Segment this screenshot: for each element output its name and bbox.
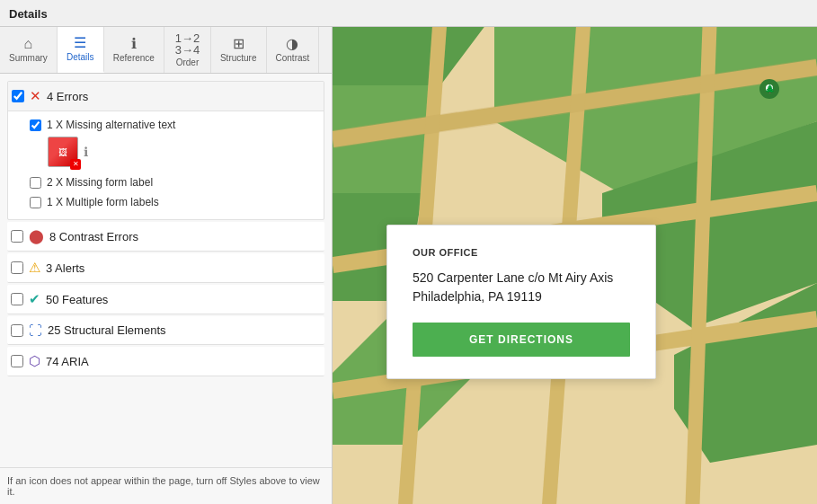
subitem-1-label: 2 X Missing form label [47, 176, 153, 189]
svg-text:🌲: 🌲 [765, 84, 776, 94]
features-label: 50 Features [46, 293, 108, 306]
summary-icon: ⌂ [24, 37, 33, 51]
structure-icon: ⊞ [233, 37, 244, 51]
subitem-2-checkbox[interactable] [30, 197, 41, 208]
left-panel: ⌂ Summary ☰ Details ℹ Reference 1→23→4 O… [0, 27, 333, 504]
tab-order-label: Order [176, 57, 200, 67]
tab-summary-label: Summary [9, 53, 48, 63]
errors-subitem-0: 1 X Missing alternative text [30, 115, 316, 135]
window-title-bar: Details [0, 0, 817, 27]
contrast-label: 8 Contrast Errors [49, 230, 138, 243]
window-title: Details [0, 2, 57, 26]
subitem-0-label: 1 X Missing alternative text [47, 119, 175, 131]
errors-subitem-1: 2 X Missing form label [30, 172, 316, 192]
aria-icon: ⬡ [29, 353, 40, 369]
structural-label: 25 Structural Elements [48, 323, 166, 337]
structural-checkbox[interactable] [11, 324, 23, 337]
footer-note: If an icon does not appear within the pa… [7, 475, 320, 497]
contrast-icon: ◑ [286, 37, 298, 51]
office-popup-label: OUR OFFICE [413, 247, 630, 258]
features-checkbox[interactable] [11, 293, 23, 305]
errors-checkbox[interactable] [12, 90, 24, 102]
tab-bar: ⌂ Summary ☰ Details ℹ Reference 1→23→4 O… [0, 27, 332, 74]
tab-order[interactable]: 1→23→4 Order [164, 27, 211, 73]
subitem-image-row: 🖼 ℹ [30, 135, 316, 172]
alerts-checkbox[interactable] [11, 261, 23, 274]
office-popup: OUR OFFICE 520 Carpenter Lane c/o Mt Air… [386, 225, 656, 379]
map-pin-icon: 🌲 [759, 79, 779, 104]
contrast-checkbox[interactable] [11, 230, 23, 243]
aria-label: 74 ARIA [46, 355, 89, 368]
reference-icon: ℹ [131, 37, 137, 51]
structural-row: ⛶ 25 Structural Elements [7, 316, 324, 345]
contrast-dot-icon: ⬤ [29, 228, 44, 244]
tab-details[interactable]: ☰ Details [58, 27, 104, 73]
contrast-row: ⬤ 8 Contrast Errors [7, 222, 324, 252]
errors-label: 4 Errors [47, 90, 88, 103]
tab-structure-label: Structure [220, 53, 257, 63]
office-address-line1: 520 Carpenter Lane c/o Mt Airy Axis [413, 270, 613, 285]
errors-header: ✕ 4 Errors [8, 82, 324, 111]
panel-content: ✕ 4 Errors 1 X Missing alternative text … [0, 74, 332, 467]
office-address: 520 Carpenter Lane c/o Mt Airy Axis Phil… [413, 269, 630, 306]
office-address-line2: Philadelphia, PA 19119 [413, 289, 542, 304]
image-error-thumb: 🖼 [48, 137, 78, 167]
alerts-row: ⚠ 3 Alerts [7, 253, 324, 283]
tab-summary[interactable]: ⌂ Summary [0, 27, 58, 73]
details-icon: ☰ [74, 36, 86, 50]
order-icon: 1→23→4 [175, 32, 200, 56]
get-directions-button[interactable]: GET DIRECTIONS [413, 323, 630, 357]
errors-x-icon: ✕ [30, 88, 41, 104]
tab-reference-label: Reference [113, 53, 155, 63]
errors-body: 1 X Missing alternative text 🖼 ℹ 2 X Mis… [8, 111, 324, 219]
subitem-1-checkbox[interactable] [30, 177, 41, 189]
subitem-0-checkbox[interactable] [30, 119, 41, 131]
tab-reference[interactable]: ℹ Reference [104, 27, 164, 73]
tab-contrast-label: Contrast [276, 53, 310, 63]
panel-footer: If an icon does not appear within the pa… [0, 467, 332, 504]
errors-section: ✕ 4 Errors 1 X Missing alternative text … [7, 81, 324, 220]
info-icon[interactable]: ℹ [84, 145, 88, 159]
tab-details-label: Details [67, 52, 94, 62]
image-thumb-content: 🖼 [58, 147, 67, 157]
tab-structure[interactable]: ⊞ Structure [211, 27, 267, 73]
alerts-warning-icon: ⚠ [29, 260, 40, 276]
aria-checkbox[interactable] [11, 355, 23, 367]
features-check-icon: ✔ [29, 291, 40, 307]
main-layout: ⌂ Summary ☰ Details ℹ Reference 1→23→4 O… [0, 27, 817, 504]
errors-subitem-2: 1 X Multiple form labels [30, 192, 316, 212]
alerts-label: 3 Alerts [46, 261, 84, 275]
aria-row: ⬡ 74 ARIA [7, 347, 324, 376]
structural-icon: ⛶ [29, 323, 42, 338]
features-row: ✔ 50 Features [7, 285, 324, 314]
subitem-2-label: 1 X Multiple form labels [47, 196, 159, 208]
tab-contrast[interactable]: ◑ Contrast [267, 27, 320, 73]
map-area: 🌲 OUR OFFICE 520 Carpenter Lane c/o Mt A… [333, 27, 817, 504]
